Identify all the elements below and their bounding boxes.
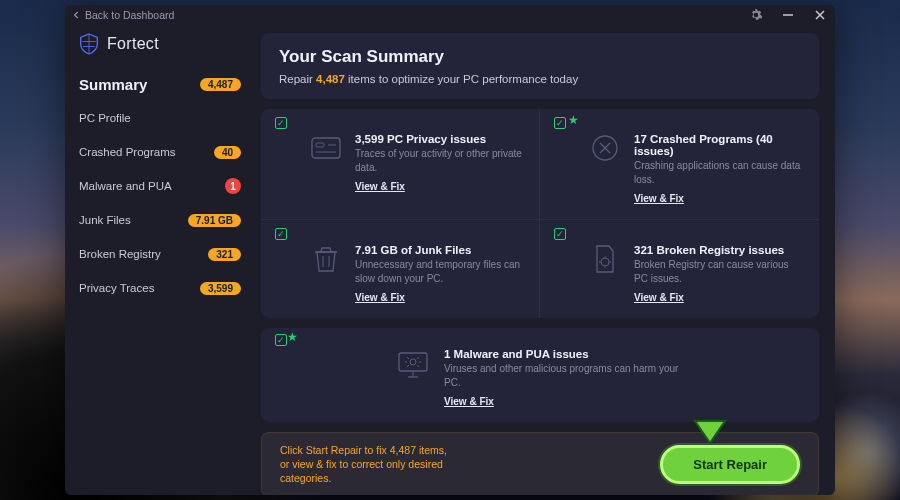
issue-title: 7.91 GB of Junk Files bbox=[355, 244, 525, 256]
sidebar-item-label: Crashed Programs bbox=[79, 146, 176, 158]
gear-icon bbox=[749, 8, 763, 22]
issue-card-registry: ✓ 321 Broken Registry issues Broken Regi… bbox=[540, 220, 819, 318]
footer-hint: Click Start Repair to fix 4,487 items, o… bbox=[280, 443, 458, 486]
checkbox-icon[interactable]: ✓ bbox=[275, 334, 287, 346]
chevron-left-icon bbox=[73, 11, 81, 19]
svg-marker-13 bbox=[695, 421, 725, 443]
checkbox-icon[interactable]: ✓ bbox=[554, 228, 566, 240]
issue-card-crashed: ✓★ 17 Crashed Programs (40 issues) Crash… bbox=[540, 109, 819, 220]
scan-summary-title: Your Scan Summary bbox=[279, 47, 801, 67]
issue-title: 1 Malware and PUA issues bbox=[444, 348, 684, 360]
tutorial-arrow-icon bbox=[693, 417, 727, 445]
scan-summary-card: Your Scan Summary Repair 4,487 items to … bbox=[261, 33, 819, 99]
view-and-fix-link[interactable]: View & Fix bbox=[355, 181, 405, 192]
sidebar-item-badge: 4,487 bbox=[200, 78, 241, 91]
brand-name: Fortect bbox=[107, 35, 159, 53]
sidebar-item-label: Broken Registry bbox=[79, 248, 161, 260]
issue-card-junk: ✓ 7.91 GB of Junk Files Unnecessary and … bbox=[261, 220, 540, 318]
id-card-icon bbox=[311, 133, 341, 163]
star-icon: ★ bbox=[568, 113, 579, 127]
issue-title: 17 Crashed Programs (40 issues) bbox=[634, 133, 805, 157]
close-icon bbox=[814, 9, 826, 21]
start-repair-button[interactable]: Start Repair bbox=[660, 445, 800, 484]
titlebar: Back to Dashboard bbox=[65, 5, 835, 25]
footer-bar: Click Start Repair to fix 4,487 items, o… bbox=[261, 432, 819, 495]
sidebar-item-badge: 7.91 GB bbox=[188, 214, 241, 227]
svg-point-12 bbox=[410, 359, 416, 365]
sidebar-item-badge: 1 bbox=[225, 178, 241, 194]
summary-sub-count: 4,487 bbox=[316, 73, 345, 85]
scan-summary-subtitle: Repair 4,487 items to optimize your PC p… bbox=[279, 73, 801, 85]
checkbox-icon[interactable]: ✓ bbox=[275, 117, 287, 129]
shield-icon bbox=[79, 33, 99, 55]
sidebar-item-privacy-traces[interactable]: Privacy Traces 3,599 bbox=[79, 273, 241, 303]
star-icon: ★ bbox=[287, 330, 298, 346]
sidebar-item-label: Summary bbox=[79, 76, 147, 93]
issues-grid: ✓ 3,599 PC Privacy issues Traces of your… bbox=[261, 109, 819, 318]
view-and-fix-link[interactable]: View & Fix bbox=[444, 396, 494, 407]
checkbox-icon[interactable]: ✓ bbox=[275, 228, 287, 240]
issue-desc: Viruses and other malicious programs can… bbox=[444, 362, 684, 389]
back-to-dashboard-link[interactable]: Back to Dashboard bbox=[73, 9, 174, 21]
sidebar-item-malware-and-pua[interactable]: Malware and PUA 1 bbox=[79, 171, 241, 201]
sidebar-item-label: Privacy Traces bbox=[79, 282, 154, 294]
svg-rect-9 bbox=[399, 353, 427, 371]
sidebar-item-label: Malware and PUA bbox=[79, 180, 172, 192]
malware-monitor-icon bbox=[396, 348, 430, 382]
svg-rect-1 bbox=[312, 138, 340, 158]
issue-desc: Traces of your activity or other private… bbox=[355, 147, 525, 174]
summary-sub-suffix: items to optimize your PC performance to… bbox=[345, 73, 578, 85]
brand: Fortect bbox=[79, 33, 241, 55]
view-and-fix-link[interactable]: View & Fix bbox=[634, 292, 684, 303]
back-label: Back to Dashboard bbox=[85, 9, 174, 21]
issue-desc: Crashing applications can cause data los… bbox=[634, 159, 805, 186]
registry-file-icon bbox=[590, 244, 620, 274]
close-button[interactable] bbox=[813, 8, 827, 22]
summary-sub-prefix: Repair bbox=[279, 73, 316, 85]
sidebar-item-badge: 3,599 bbox=[200, 282, 241, 295]
view-and-fix-link[interactable]: View & Fix bbox=[634, 193, 684, 204]
trash-icon bbox=[311, 244, 341, 274]
sidebar-item-label: Junk Files bbox=[79, 214, 131, 226]
crash-icon bbox=[590, 133, 620, 163]
checkbox-icon[interactable]: ✓ bbox=[554, 117, 566, 129]
issue-title: 321 Broken Registry issues bbox=[634, 244, 805, 256]
issue-desc: Broken Registry can cause various PC iss… bbox=[634, 258, 805, 285]
issue-card-privacy: ✓ 3,599 PC Privacy issues Traces of your… bbox=[261, 109, 540, 220]
sidebar-item-badge: 321 bbox=[208, 248, 241, 261]
minimize-icon bbox=[782, 9, 794, 21]
sidebar-item-broken-registry[interactable]: Broken Registry 321 bbox=[79, 239, 241, 269]
issue-card-malware: ✓★ 1 Malware and PUA issues Viruses and … bbox=[261, 328, 819, 422]
svg-point-8 bbox=[601, 258, 609, 266]
sidebar-item-badge: 40 bbox=[214, 146, 241, 159]
settings-button[interactable] bbox=[749, 8, 763, 22]
sidebar-item-crashed-programs[interactable]: Crashed Programs 40 bbox=[79, 137, 241, 167]
sidebar-item-pc-profile[interactable]: PC Profile bbox=[79, 103, 241, 133]
app-window: Back to Dashboard Fortect bbox=[65, 5, 835, 495]
view-and-fix-link[interactable]: View & Fix bbox=[355, 292, 405, 303]
main-panel: Your Scan Summary Repair 4,487 items to … bbox=[255, 25, 835, 495]
svg-rect-2 bbox=[316, 143, 324, 147]
sidebar: Fortect Summary 4,487 PC Profile Crashed… bbox=[65, 25, 255, 495]
issue-title: 3,599 PC Privacy issues bbox=[355, 133, 525, 145]
sidebar-item-summary[interactable]: Summary 4,487 bbox=[79, 69, 241, 99]
minimize-button[interactable] bbox=[781, 8, 795, 22]
issue-desc: Unnecessary and temporary files can slow… bbox=[355, 258, 525, 285]
sidebar-item-junk-files[interactable]: Junk Files 7.91 GB bbox=[79, 205, 241, 235]
sidebar-item-label: PC Profile bbox=[79, 112, 131, 124]
